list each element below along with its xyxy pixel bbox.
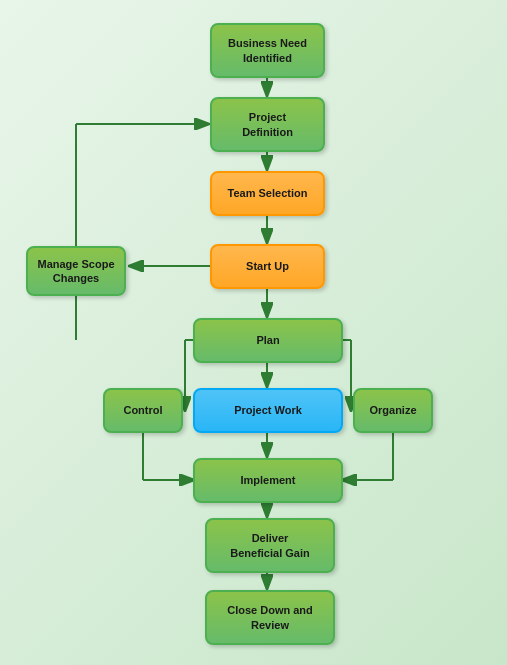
start-up-node: Start Up <box>210 244 325 289</box>
project-def-label: ProjectDefinition <box>242 110 293 139</box>
diagram: Business NeedIdentified ProjectDefinitio… <box>0 0 507 665</box>
close-down-node: Close Down andReview <box>205 590 335 645</box>
plan-label: Plan <box>256 333 279 347</box>
deliver-node: DeliverBeneficial Gain <box>205 518 335 573</box>
deliver-label: DeliverBeneficial Gain <box>230 531 309 560</box>
control-node: Control <box>103 388 183 433</box>
project-work-label: Project Work <box>234 403 302 417</box>
business-need-node: Business NeedIdentified <box>210 23 325 78</box>
plan-node: Plan <box>193 318 343 363</box>
implement-label: Implement <box>240 473 295 487</box>
manage-scope-node: Manage ScopeChanges <box>26 246 126 296</box>
control-label: Control <box>123 403 162 417</box>
close-down-label: Close Down andReview <box>227 603 313 632</box>
business-need-label: Business NeedIdentified <box>228 36 307 65</box>
organize-label: Organize <box>369 403 416 417</box>
team-selection-node: Team Selection <box>210 171 325 216</box>
project-work-node: Project Work <box>193 388 343 433</box>
implement-node: Implement <box>193 458 343 503</box>
manage-scope-label: Manage ScopeChanges <box>37 257 114 286</box>
team-selection-label: Team Selection <box>228 186 308 200</box>
project-definition-node: ProjectDefinition <box>210 97 325 152</box>
organize-node: Organize <box>353 388 433 433</box>
start-up-label: Start Up <box>246 259 289 273</box>
